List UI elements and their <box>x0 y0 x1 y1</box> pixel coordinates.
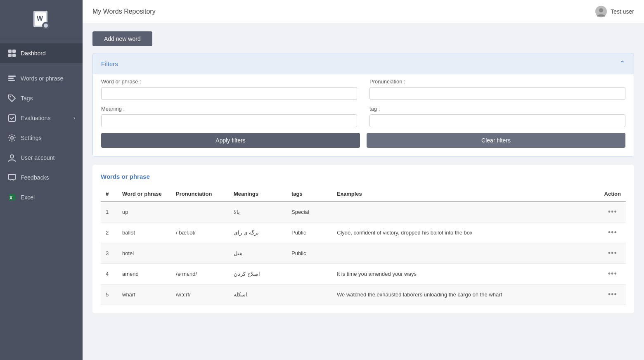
svg-text:W: W <box>37 15 43 22</box>
words-section-title: Words or phrase <box>101 173 626 180</box>
apply-filters-button[interactable]: Apply filters <box>101 133 360 148</box>
sidebar-item-settings[interactable]: Settings <box>0 128 83 148</box>
add-new-word-button[interactable]: Add new word <box>92 31 152 46</box>
sidebar-item-tags[interactable]: Tags <box>0 88 83 108</box>
meaning-input[interactable] <box>101 114 357 127</box>
pronunciation-input[interactable] <box>369 87 625 100</box>
word-phrase-input[interactable] <box>101 87 357 100</box>
cell-word: wharf <box>117 284 171 305</box>
filters-collapse-icon: ⌃ <box>619 59 625 68</box>
col-number: # <box>101 187 117 201</box>
filter-word-group: Word or phrase : <box>101 78 357 100</box>
sidebar-item-label: Tags <box>21 95 33 102</box>
page-title: My Words Repository <box>92 8 156 15</box>
filters-row-1: Word or phrase : Pronunciation : <box>101 78 625 100</box>
sidebar-item-feedbacks[interactable]: Feedbacks <box>0 168 83 187</box>
dashboard-icon <box>7 49 17 58</box>
tag-input[interactable] <box>369 114 625 127</box>
svg-rect-7 <box>8 54 12 57</box>
main-area: My Words Repository Test user Add new wo… <box>83 0 644 360</box>
sidebar-item-label: Feedbacks <box>21 174 49 181</box>
col-examples: Examples <box>332 187 599 201</box>
cell-pronunciation <box>171 201 229 223</box>
svg-point-15 <box>10 155 14 158</box>
col-pronunciation: Pronunciation <box>171 187 229 201</box>
cell-word: ballot <box>117 223 171 243</box>
action-menu-button[interactable]: ••• <box>608 290 617 298</box>
cell-num: 4 <box>101 264 117 284</box>
svg-point-14 <box>11 137 13 139</box>
svg-point-19 <box>599 8 603 12</box>
sidebar-item-label: Dashbord <box>21 50 46 57</box>
main-content: Add new word Filters ⌃ Word or phrase : … <box>83 23 644 360</box>
filters-header[interactable]: Filters ⌃ <box>93 53 634 74</box>
pronunciation-label: Pronunciation : <box>369 78 625 85</box>
col-tags: tags <box>286 187 332 201</box>
svg-rect-6 <box>12 50 16 53</box>
cell-word: amend <box>117 264 171 284</box>
sidebar-logo: W <box>0 0 83 39</box>
user-menu[interactable]: Test user <box>595 5 634 18</box>
cell-num: 3 <box>101 243 117 264</box>
cell-meaning: برگه ی رای <box>229 223 286 243</box>
cell-meaning: بالا <box>229 201 286 223</box>
settings-icon <box>7 133 17 142</box>
words-section: Words or phrase # Word or phrase Pronunc… <box>92 165 634 313</box>
cell-pronunciation <box>171 243 229 264</box>
svg-rect-13 <box>9 115 15 121</box>
table-row: 2 ballot / bæl.ət/ برگه ی رای Public Cly… <box>101 223 626 243</box>
sidebar-item-excel[interactable]: X Excel <box>0 187 83 207</box>
svg-rect-10 <box>8 78 14 79</box>
cell-word: hotel <box>117 243 171 264</box>
tags-icon <box>7 94 17 103</box>
sidebar: W Dashbord Words or phrase <box>0 0 83 360</box>
filters-title: Filters <box>101 60 118 67</box>
excel-icon: X <box>7 193 17 202</box>
svg-rect-11 <box>8 80 15 81</box>
table-row: 1 up بالا Special ••• <box>101 201 626 223</box>
sidebar-item-label: Words or phrase <box>21 75 63 82</box>
cell-action: ••• <box>599 201 626 223</box>
tag-label: tag : <box>369 106 625 112</box>
cell-pronunciation: / bæl.ət/ <box>171 223 229 243</box>
filter-pronunciation-group: Pronunciation : <box>369 78 625 100</box>
action-menu-button[interactable]: ••• <box>608 249 617 257</box>
sidebar-item-evaluations[interactable]: Evaluations › <box>0 108 83 128</box>
table-row: 4 amend /ə mɛnd/ اصلاح کردن It is time y… <box>101 264 626 284</box>
sidebar-item-label: User account <box>21 154 54 161</box>
meaning-label: Meaning : <box>101 106 357 112</box>
cell-example: Clyde, confident of victory, dropped his… <box>332 223 599 243</box>
clear-filters-button[interactable]: Clear filters <box>367 133 625 148</box>
chevron-right-icon: › <box>73 115 75 121</box>
sidebar-navigation: Dashbord Words or phrase Tags <box>0 39 83 360</box>
svg-text:X: X <box>9 195 13 200</box>
cell-tags <box>286 284 332 305</box>
user-account-icon <box>7 153 17 162</box>
sidebar-item-words[interactable]: Words or phrase <box>0 69 83 88</box>
svg-point-12 <box>10 96 11 97</box>
filter-meaning-group: Meaning : <box>101 106 357 127</box>
word-phrase-label: Word or phrase : <box>101 78 357 85</box>
table-header: # Word or phrase Pronunciation Meanings … <box>101 187 626 201</box>
svg-rect-8 <box>12 54 16 57</box>
cell-example <box>332 201 599 223</box>
cell-action: ••• <box>599 264 626 284</box>
action-menu-button[interactable]: ••• <box>608 228 617 237</box>
cell-num: 1 <box>101 201 117 223</box>
feedbacks-icon <box>7 173 17 182</box>
words-icon <box>7 74 17 83</box>
cell-tags: Public <box>286 223 332 243</box>
sidebar-item-dashboard[interactable]: Dashbord <box>0 43 83 63</box>
action-menu-button[interactable]: ••• <box>608 270 617 278</box>
col-action: Action <box>599 187 626 201</box>
cell-pronunciation: /ə mɛnd/ <box>171 264 229 284</box>
filters-actions: Apply filters Clear filters <box>101 133 625 148</box>
filters-body: Word or phrase : Pronunciation : Meaning… <box>93 74 634 156</box>
app-logo-icon: W <box>30 8 52 31</box>
cell-num: 5 <box>101 284 117 305</box>
sidebar-item-user-account[interactable]: User account <box>0 148 83 168</box>
action-menu-button[interactable]: ••• <box>608 208 617 216</box>
cell-num: 2 <box>101 223 117 243</box>
user-name-label: Test user <box>611 8 634 15</box>
words-table: # Word or phrase Pronunciation Meanings … <box>101 187 626 305</box>
